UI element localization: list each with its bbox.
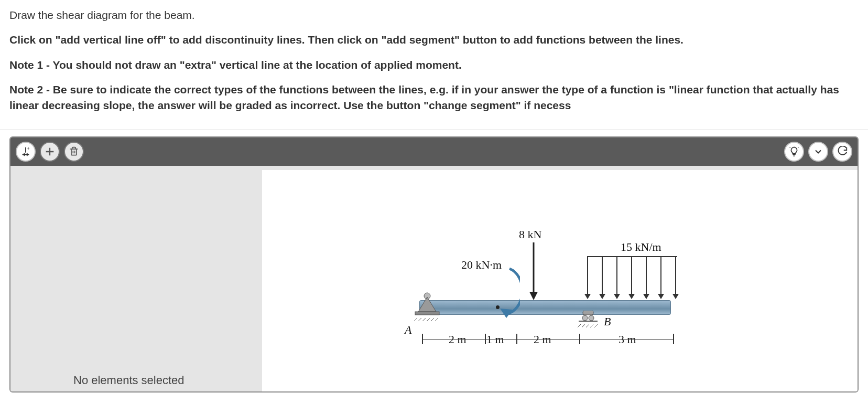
dimension-4: 3 m [619,333,636,346]
beam-figure: 8 kN 20 kN·m 15 kN/m A B 2 m 1 m 2 m 3 m [398,228,681,364]
moment-application-point [496,305,500,309]
pin-support-a [414,290,440,315]
roller-support-b [578,311,599,324]
svg-line-28 [586,324,589,327]
svg-marker-32 [529,292,538,300]
svg-line-30 [594,324,598,327]
trash-icon [69,146,79,157]
svg-rect-7 [71,149,77,155]
dimension-3: 2 m [534,333,551,346]
toolbar-left-group: + [16,142,84,162]
svg-line-26 [578,324,581,327]
lightbulb-icon [788,146,800,157]
svg-line-21 [435,318,438,321]
redo-icon [837,146,848,157]
svg-point-23 [582,315,588,321]
dim-tick [422,334,423,344]
add-segment-button[interactable] [40,142,60,162]
redo-button[interactable] [832,142,852,162]
svg-text:+: + [27,146,30,151]
dim-tick [516,334,517,344]
delete-button[interactable] [64,142,84,162]
toolbar-right-group [784,142,852,162]
moment-arrow [489,266,520,320]
dropdown-button[interactable] [808,142,828,162]
dimension-line [422,339,674,340]
svg-rect-15 [415,312,439,315]
svg-line-19 [427,318,430,321]
instructions-block: Draw the shear diagram for the beam. Cli… [0,0,868,128]
instruction-prompt: Draw the shear diagram for the beam. [9,7,859,23]
vertical-line-icon: + [20,146,31,157]
dim-tick [673,334,674,344]
instruction-note2: Note 2 - Be sure to indicate the correct… [9,82,859,113]
point-load-arrow [528,242,539,302]
svg-line-29 [590,324,593,327]
support-b-label: B [604,315,611,328]
instruction-line1: Click on "add vertical line off" to add … [9,32,859,47]
svg-point-24 [589,315,594,321]
svg-line-18 [422,318,426,321]
dim-tick [485,334,486,344]
editor-toolbar: + [10,137,858,166]
dimension-1: 2 m [449,333,466,346]
svg-line-27 [582,324,585,327]
hint-button[interactable] [784,142,804,162]
instruction-note1: Note 1 - You should not draw an "extra" … [9,57,859,72]
svg-marker-14 [418,297,436,312]
svg-line-11 [790,147,790,148]
graph-editor: + [9,136,859,393]
svg-rect-22 [583,311,593,315]
distributed-load-label: 15 kN/m [621,240,661,254]
chevron-down-icon [813,146,823,157]
vertical-line-tool-button[interactable]: + [16,142,36,162]
selection-status: No elements selected [10,374,262,387]
plus-icon [44,146,56,157]
editor-workspace: No elements selected 8 kN 20 kN·m 15 kN/… [10,166,858,391]
svg-line-12 [798,147,798,148]
distributed-load [587,256,677,303]
dim-tick [579,334,580,344]
svg-line-20 [431,318,434,321]
support-a-label: A [405,323,411,337]
drawing-canvas[interactable]: 8 kN 20 kN·m 15 kN/m A B 2 m 1 m 2 m 3 m [262,170,858,391]
properties-sidebar: No elements selected [10,166,262,391]
section-divider [0,130,868,130]
point-load-label: 8 kN [519,228,541,241]
dimension-2: 1 m [486,333,504,346]
svg-line-17 [418,318,421,321]
svg-line-16 [414,318,417,321]
